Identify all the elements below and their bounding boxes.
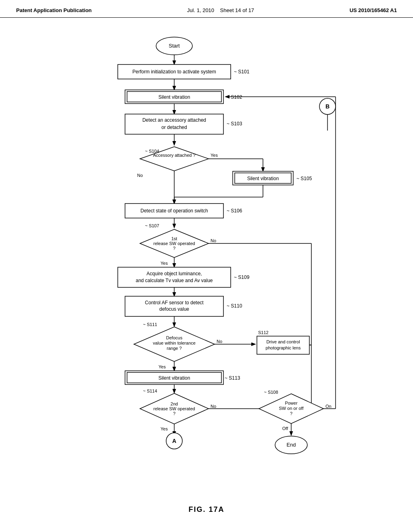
svg-text:Off: Off: [282, 426, 288, 431]
svg-text:~ S109: ~ S109: [234, 274, 250, 280]
svg-text:release SW operated: release SW operated: [153, 241, 195, 246]
svg-text:release SW operated: release SW operated: [153, 406, 195, 411]
s110-node: Control AF sensor to detect: [145, 300, 204, 305]
svg-rect-39: [118, 267, 231, 287]
flowchart-svg: Start Perform initialization to activate…: [65, 30, 348, 497]
svg-text:No: No: [211, 404, 216, 409]
svg-text:defocus value: defocus value: [159, 306, 189, 312]
header-right: US 2010/165462 A1: [350, 7, 397, 13]
svg-text:Yes: Yes: [161, 261, 168, 266]
connector-a: A: [172, 438, 176, 444]
svg-text:~ S110: ~ S110: [227, 303, 242, 309]
svg-text:~ S111: ~ S111: [143, 322, 157, 327]
svg-text:Yes: Yes: [211, 153, 218, 158]
end-node: End: [286, 442, 296, 448]
svg-text:~ S108: ~ S108: [264, 390, 278, 395]
svg-text:On: On: [325, 404, 332, 409]
svg-text:~ S101: ~ S101: [234, 69, 250, 75]
s112-node: Drive and control: [266, 339, 300, 344]
s114-node: 2nd: [171, 401, 178, 406]
svg-text:Yes: Yes: [161, 426, 168, 431]
svg-text:No: No: [211, 238, 216, 243]
svg-text:?: ?: [290, 411, 292, 416]
header-center: Jul. 1, 2010 Sheet 14 of 17: [187, 7, 254, 13]
s105-node: Silent vibration: [247, 176, 279, 181]
s111-node: Defocus: [166, 335, 183, 340]
page-header: Patent Application Publication Jul. 1, 2…: [0, 0, 413, 18]
s104-node: Accessory attached ?: [153, 153, 195, 158]
svg-text:Yes: Yes: [159, 364, 166, 369]
svg-text:~ S103: ~ S103: [227, 121, 242, 127]
svg-text:~ S107: ~ S107: [145, 223, 159, 228]
svg-text:S112: S112: [258, 330, 269, 335]
svg-text:SW on or off: SW on or off: [279, 406, 304, 411]
s108-node: Power: [285, 401, 298, 405]
svg-text:No: No: [217, 339, 222, 344]
figure-label: FIG. 17A: [188, 505, 224, 514]
svg-text:?: ?: [173, 411, 175, 416]
header-left: Patent Application Publication: [16, 7, 92, 13]
svg-text:No: No: [137, 173, 143, 178]
s113-node: Silent vibration: [159, 375, 190, 381]
s101-node: Perform initialization to activate syste…: [132, 69, 216, 75]
svg-text:value within tolerance: value within tolerance: [153, 341, 196, 345]
s107-node: 1st: [171, 236, 177, 241]
connector-b: B: [325, 103, 330, 110]
svg-text:~ S102: ~ S102: [227, 94, 242, 100]
s103-node: Detect an accessory attached: [142, 117, 206, 123]
svg-text:~ S113: ~ S113: [225, 375, 240, 381]
svg-text:or detached: or detached: [161, 125, 187, 130]
s109-node: Acquire object luminance,: [146, 271, 202, 276]
svg-text:~ S114: ~ S114: [143, 389, 157, 393]
svg-text:~ S104: ~ S104: [145, 149, 159, 154]
s106-node: Detect state of operation switch: [140, 208, 208, 214]
start-node: Start: [169, 43, 180, 49]
svg-text:range ?: range ?: [167, 346, 181, 351]
page-content: Start Perform initialization to activate…: [0, 18, 413, 526]
svg-text:photographic lens: photographic lens: [266, 345, 301, 350]
s102-node: Silent vibration: [159, 94, 190, 100]
svg-text:~ S106: ~ S106: [227, 208, 242, 214]
svg-text:and calculate Tv value and Av : and calculate Tv value and Av value: [136, 278, 213, 283]
svg-text:~ S105: ~ S105: [296, 176, 312, 181]
svg-text:?: ?: [173, 246, 175, 251]
